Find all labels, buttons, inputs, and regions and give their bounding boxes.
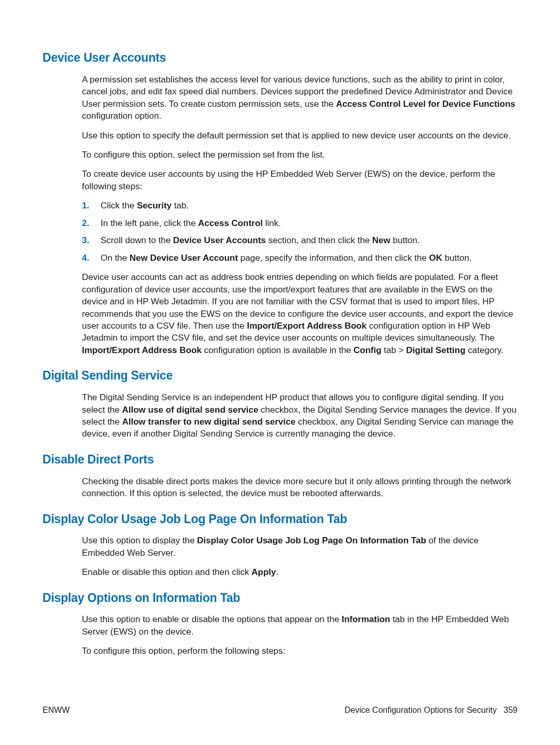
- bold-text: Config: [354, 345, 382, 355]
- section-device-user-accounts: Device User Accounts A permission set es…: [43, 50, 517, 356]
- section-body: The Digital Sending Service is an indepe…: [82, 391, 517, 440]
- text: Enable or disable this option and then c…: [82, 567, 251, 577]
- bold-text: Digital Setting: [406, 345, 465, 355]
- heading-display-options-info-tab: Display Options on Information Tab: [43, 590, 517, 607]
- bold-text: Access Control Level for Device Function…: [336, 99, 515, 109]
- bold-text: Apply: [251, 567, 276, 577]
- footer-section-label: Device Configuration Options for Securit…: [344, 706, 496, 714]
- heading-display-color-usage: Display Color Usage Job Log Page On Info…: [43, 511, 517, 528]
- step-text: On the New Device User Account page, spe…: [101, 252, 517, 264]
- text: Click the: [101, 201, 137, 210]
- text: button.: [442, 253, 472, 263]
- bold-text: Import/Export Address Book: [247, 321, 367, 331]
- text: Use this option to enable or disable the…: [82, 614, 342, 624]
- steps-list: 1. Click the Security tab. 2. In the lef…: [82, 200, 517, 264]
- paragraph: Checking the disable direct ports makes …: [82, 475, 517, 500]
- text: link.: [263, 218, 281, 228]
- heading-device-user-accounts: Device User Accounts: [43, 50, 517, 66]
- bold-text: Display Color Usage Job Log Page On Info…: [197, 536, 426, 545]
- section-body: A permission set establishes the access …: [82, 74, 517, 357]
- text: On the: [101, 253, 130, 263]
- text: tab.: [172, 201, 189, 210]
- text: configuration option is available in the: [202, 345, 354, 355]
- bold-text: New: [372, 235, 390, 245]
- page: Device User Accounts A permission set es…: [0, 0, 560, 745]
- heading-digital-sending-service: Digital Sending Service: [43, 368, 517, 384]
- list-item: 1. Click the Security tab.: [82, 200, 517, 212]
- paragraph: To configure this option, select the per…: [82, 149, 517, 161]
- bold-text: Allow transfer to new digital send servi…: [122, 417, 296, 427]
- paragraph: Use this option to enable or disable the…: [82, 613, 517, 638]
- bold-text: Information: [342, 614, 390, 624]
- section-body: Use this option to enable or disable the…: [82, 613, 517, 657]
- section-display-options-info-tab: Display Options on Information Tab Use t…: [43, 590, 517, 657]
- text: In the left pane, click the: [101, 218, 198, 228]
- section-body: Use this option to display the Display C…: [82, 535, 517, 578]
- page-number: 359: [503, 706, 517, 714]
- list-item: 3. Scroll down to the Device User Accoun…: [82, 234, 517, 246]
- text: .: [276, 567, 278, 577]
- step-text: In the left pane, click the Access Contr…: [101, 217, 517, 229]
- paragraph: To configure this option, perform the fo…: [82, 645, 517, 657]
- footer-right: Device Configuration Options for Securit…: [344, 705, 517, 716]
- bold-text: OK: [429, 253, 442, 263]
- paragraph: To create device user accounts by using …: [82, 168, 517, 192]
- bold-text: Allow use of digital send service: [122, 405, 259, 415]
- paragraph: Enable or disable this option and then c…: [82, 566, 517, 578]
- step-text: Click the Security tab.: [101, 200, 517, 212]
- text: button.: [390, 235, 420, 245]
- text: category.: [466, 345, 503, 355]
- step-number: 1.: [82, 200, 101, 212]
- heading-disable-direct-ports: Disable Direct Ports: [43, 452, 517, 468]
- paragraph: A permission set establishes the access …: [82, 74, 517, 122]
- section-display-color-usage: Display Color Usage Job Log Page On Info…: [43, 511, 517, 579]
- paragraph: Use this option to display the Display C…: [82, 535, 517, 559]
- text: tab >: [382, 345, 407, 355]
- step-number: 2.: [82, 217, 101, 229]
- paragraph: Use this option to specify the default p…: [82, 130, 517, 142]
- paragraph: Device user accounts can act as address …: [82, 271, 517, 356]
- text: section, and then click the: [266, 235, 372, 245]
- list-item: 2. In the left pane, click the Access Co…: [82, 217, 517, 229]
- list-item: 4. On the New Device User Account page, …: [82, 252, 517, 264]
- bold-text: Security: [137, 201, 172, 210]
- text: Use this option to display the: [82, 536, 197, 545]
- text: configuration option.: [82, 111, 161, 121]
- bold-text: Access Control: [198, 218, 263, 228]
- section-digital-sending-service: Digital Sending Service The Digital Send…: [43, 368, 517, 440]
- bold-text: Device User Accounts: [173, 235, 266, 245]
- step-number: 4.: [82, 252, 101, 264]
- section-disable-direct-ports: Disable Direct Ports Checking the disabl…: [43, 452, 517, 500]
- text: Scroll down to the: [101, 235, 173, 245]
- page-footer: ENWW Device Configuration Options for Se…: [43, 705, 517, 716]
- bold-text: Import/Export Address Book: [82, 345, 202, 355]
- step-text: Scroll down to the Device User Accounts …: [101, 234, 517, 246]
- paragraph: The Digital Sending Service is an indepe…: [82, 391, 517, 440]
- footer-left: ENWW: [43, 705, 69, 716]
- bold-text: New Device User Account: [130, 253, 238, 263]
- step-number: 3.: [82, 234, 101, 246]
- section-body: Checking the disable direct ports makes …: [82, 475, 517, 500]
- text: page, specify the information, and then …: [238, 253, 429, 263]
